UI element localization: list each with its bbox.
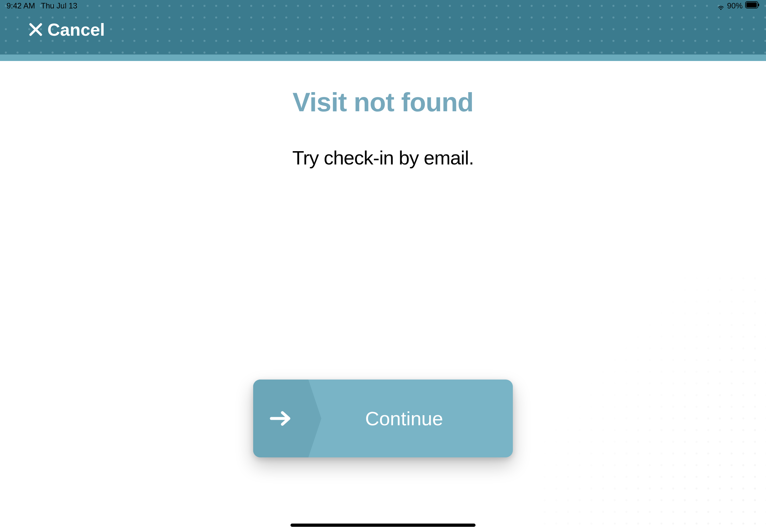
continue-button-arrow-area (253, 380, 308, 457)
status-bar: 9:42 AM Thu Jul 13 90% (0, 0, 766, 12)
battery-icon (745, 1, 760, 10)
main-content: Visit not found Try check-in by email. (0, 61, 766, 532)
header-accent-bar (0, 54, 766, 61)
battery-percent: 90% (727, 1, 743, 10)
home-indicator[interactable] (290, 524, 476, 527)
close-icon (29, 23, 42, 36)
svg-rect-1 (747, 3, 757, 7)
cancel-label: Cancel (47, 19, 105, 40)
wifi-icon (717, 3, 724, 8)
arrow-right-icon (269, 410, 292, 427)
status-date: Thu Jul 13 (41, 1, 77, 10)
svg-rect-2 (758, 4, 759, 6)
continue-button[interactable]: Continue (253, 380, 513, 457)
page-subtitle: Try check-in by email. (292, 147, 474, 169)
status-time: 9:42 AM (6, 1, 35, 10)
page-title: Visit not found (292, 87, 473, 117)
cancel-button[interactable]: Cancel (29, 19, 105, 40)
continue-label: Continue (308, 407, 513, 430)
